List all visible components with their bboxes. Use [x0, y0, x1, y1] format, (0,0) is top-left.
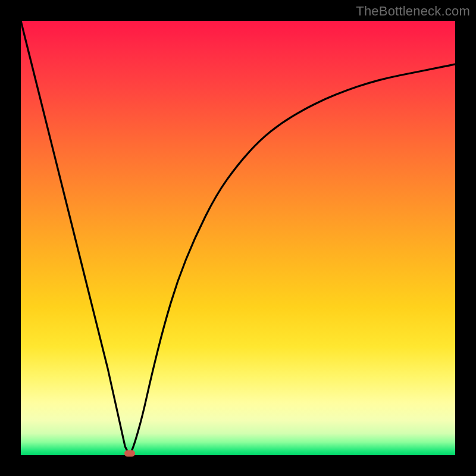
curve-path [21, 21, 455, 455]
plot-area [21, 21, 455, 455]
optimal-marker [124, 450, 135, 457]
watermark-text: TheBottleneck.com [356, 4, 470, 19]
chart-frame: TheBottleneck.com [0, 0, 476, 476]
bottleneck-curve [21, 21, 455, 455]
